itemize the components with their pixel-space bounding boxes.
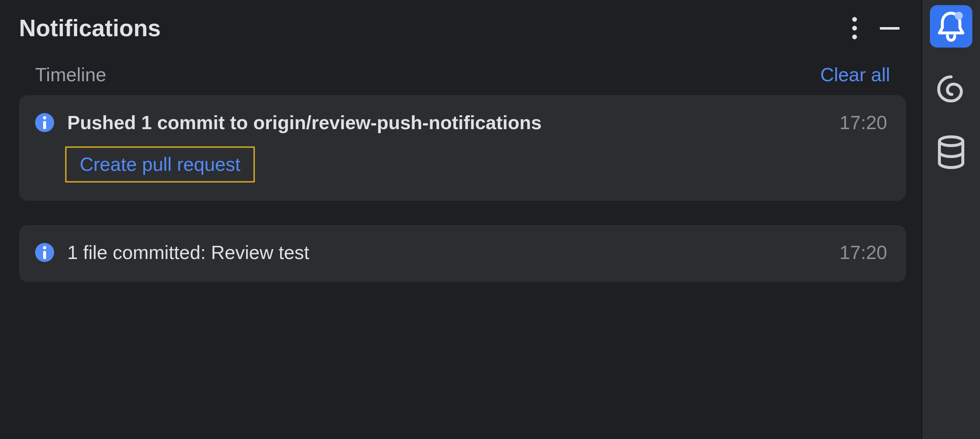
svg-point-0	[853, 17, 857, 22]
svg-point-4	[43, 117, 46, 120]
notifications-panel: Notifications Timeline Clear all	[0, 0, 921, 439]
database-tool-button[interactable]	[930, 131, 972, 173]
tool-window-stripe	[921, 0, 980, 439]
minimize-panel-button[interactable]	[880, 26, 900, 30]
notification-item[interactable]: Pushed 1 commit to origin/review-push-no…	[19, 95, 906, 201]
clear-all-button[interactable]: Clear all	[820, 64, 890, 86]
notification-title: 1 file committed: Review test	[67, 241, 826, 264]
database-icon	[937, 136, 966, 169]
svg-point-8	[939, 137, 963, 145]
header-actions	[851, 16, 900, 40]
notification-header: Pushed 1 commit to origin/review-push-no…	[35, 111, 887, 134]
more-options-button[interactable]	[851, 16, 858, 40]
build-tool-button[interactable]	[930, 68, 972, 110]
notification-timestamp: 17:20	[840, 112, 887, 134]
spiral-icon	[936, 74, 966, 105]
notification-actions: Create pull request	[65, 146, 887, 182]
notification-header: 1 file committed: Review test 17:20	[35, 241, 887, 264]
info-icon	[35, 243, 54, 262]
notifications-list: Pushed 1 commit to origin/review-push-no…	[14, 95, 910, 282]
info-icon	[35, 113, 54, 132]
panel-title: Notifications	[19, 14, 851, 42]
notification-title: Pushed 1 commit to origin/review-push-no…	[67, 111, 826, 134]
svg-rect-3	[880, 27, 900, 30]
svg-rect-5	[43, 121, 46, 129]
timeline-label: Timeline	[35, 64, 820, 86]
minimize-icon	[880, 26, 900, 30]
notification-item[interactable]: 1 file committed: Review test 17:20	[19, 225, 906, 282]
notifications-tool-button[interactable]	[930, 5, 972, 48]
section-header: Timeline Clear all	[14, 64, 910, 95]
create-pull-request-button[interactable]: Create pull request	[65, 146, 255, 182]
notification-timestamp: 17:20	[840, 241, 887, 263]
vertical-dots-icon	[851, 16, 858, 40]
panel-header: Notifications	[14, 14, 910, 64]
svg-point-2	[853, 35, 857, 40]
svg-point-6	[43, 246, 46, 249]
svg-point-1	[853, 26, 857, 31]
notification-badge-icon	[955, 12, 963, 20]
svg-rect-7	[43, 251, 46, 259]
